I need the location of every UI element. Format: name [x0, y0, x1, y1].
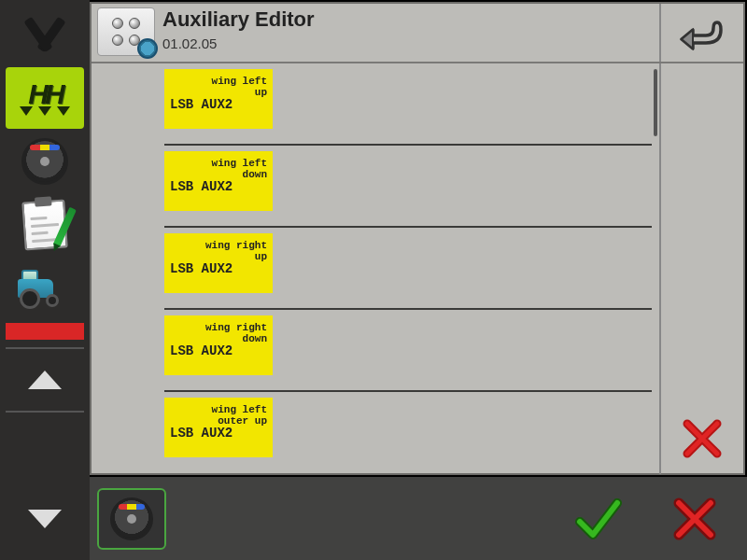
list-item[interactable]: wing left up LSB AUX2: [164, 69, 652, 146]
main-panel: Auxiliary Editor 01.02.05 wing left up L…: [90, 2, 745, 475]
back-button[interactable]: [659, 4, 743, 62]
panel-action-column: [659, 63, 743, 474]
steering-wheel-icon: [110, 497, 153, 540]
aux-tag: wing left down LSB AUX2: [164, 151, 273, 211]
sidebar-divider: [6, 347, 84, 349]
x-icon: [669, 494, 720, 544]
sidebar-item-tractor[interactable]: [6, 258, 84, 319]
sidebar-item-jobs[interactable]: [6, 194, 84, 256]
version-label: 01.02.05: [162, 35, 315, 51]
aux-tag: wing right down LSB AUX2: [164, 315, 273, 375]
sidebar-alert-indicator[interactable]: [6, 323, 84, 340]
delete-button[interactable]: [672, 414, 732, 463]
aux-source-label: LSB AUX2: [170, 261, 233, 276]
checkmark-icon: [572, 494, 623, 544]
aux-source-label: LSB AUX2: [170, 426, 233, 441]
tractor-icon: [18, 270, 72, 307]
aux-function-label: wing left down: [212, 159, 267, 180]
list-item[interactable]: wing right down LSB AUX2: [164, 315, 652, 392]
aux-source-label: LSB AUX2: [170, 179, 233, 194]
list-item[interactable]: wing right up LSB AUX2: [164, 233, 652, 310]
footer-guidance-button[interactable]: [97, 488, 166, 550]
aux-function-label: wing left up: [212, 77, 267, 98]
bottom-bar: [0, 477, 747, 560]
aux-function-label: wing right up: [205, 241, 267, 262]
left-sidebar: HH: [0, 0, 90, 477]
aux-tag: wing left outer up LSB AUX2: [164, 398, 273, 457]
sidebar-item-guidance[interactable]: [6, 131, 84, 192]
x-icon: [682, 418, 723, 459]
footer-bar: [90, 477, 747, 560]
aux-tag: wing right up LSB AUX2: [164, 233, 273, 293]
cancel-button[interactable]: [650, 488, 740, 550]
auxiliary-editor-icon: [97, 7, 155, 56]
steering-wheel-icon: [21, 138, 68, 185]
aux-tag: wing left up LSB AUX2: [164, 69, 273, 129]
sidebar-bottom: [0, 477, 90, 560]
chevron-up-icon: [28, 371, 62, 389]
list-item[interactable]: wing left down LSB AUX2: [164, 151, 652, 228]
confirm-button[interactable]: [553, 488, 642, 550]
sidebar-scroll-down[interactable]: [6, 496, 84, 542]
aux-function-label: wing left outer up: [212, 405, 267, 427]
panel-header: Auxiliary Editor 01.02.05: [92, 4, 743, 63]
clipboard-icon: [21, 199, 68, 250]
sidebar-item-implement[interactable]: HH: [6, 67, 84, 129]
page-title: Auxiliary Editor: [162, 7, 315, 32]
sidebar-divider: [6, 411, 84, 413]
aux-assignment-list: wing left up LSB AUX2 wing left down LSB…: [92, 63, 659, 474]
back-icon: [680, 15, 725, 50]
list-item[interactable]: wing left outer up LSB AUX2: [164, 398, 652, 474]
aux-source-label: LSB AUX2: [170, 343, 233, 358]
aux-source-label: LSB AUX2: [170, 97, 233, 112]
tools-icon: [24, 14, 65, 55]
chevron-down-icon: [28, 510, 62, 528]
implement-icon: HH: [17, 77, 73, 119]
sidebar-item-tools[interactable]: [6, 4, 84, 65]
gear-icon: [137, 38, 158, 59]
scrollbar-thumb[interactable]: [654, 69, 657, 136]
sidebar-scroll-up[interactable]: [6, 357, 84, 403]
aux-function-label: wing right down: [205, 323, 267, 344]
